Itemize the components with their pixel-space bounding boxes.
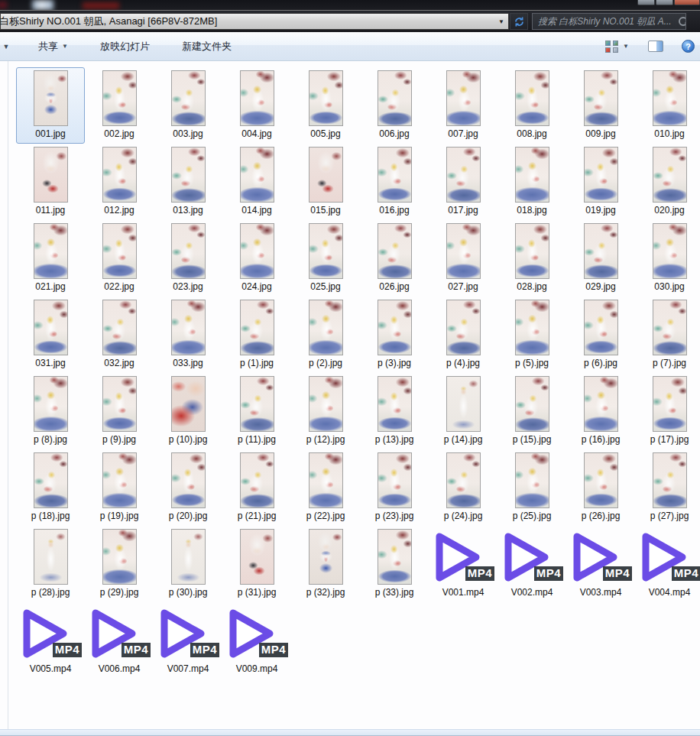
- minimize-button[interactable]: [637, 0, 655, 5]
- photo-thumbnail: [171, 70, 206, 126]
- file-item[interactable]: p (32).jpg: [291, 526, 360, 602]
- file-item[interactable]: p (22).jpg: [291, 449, 360, 526]
- file-item[interactable]: MP4V005.mp4: [16, 602, 85, 679]
- views-button[interactable]: ▼: [601, 37, 634, 56]
- share-button[interactable]: 共享 ▼: [29, 35, 77, 58]
- file-item[interactable]: 030.jpg: [635, 220, 700, 297]
- file-item[interactable]: MP4V001.mp4: [429, 526, 497, 602]
- file-item[interactable]: 024.jpg: [222, 220, 291, 297]
- file-item[interactable]: p (23).jpg: [360, 449, 429, 526]
- file-name-label: p (27).jpg: [650, 511, 689, 522]
- file-item[interactable]: 008.jpg: [497, 67, 566, 144]
- file-name-label: 006.jpg: [379, 128, 409, 140]
- file-item[interactable]: p (30).jpg: [154, 526, 222, 602]
- file-item[interactable]: MP4V002.mp4: [497, 526, 566, 602]
- file-item[interactable]: 019.jpg: [566, 144, 635, 220]
- file-thumbnail: [86, 374, 153, 434]
- maximize-button[interactable]: [656, 0, 673, 5]
- file-item[interactable]: p (31).jpg: [222, 526, 291, 602]
- search-input[interactable]: 搜索 白栎Shirly NO.001 朝凪 A...: [532, 13, 686, 30]
- file-item[interactable]: 012.jpg: [85, 144, 154, 220]
- file-item[interactable]: p (33).jpg: [360, 526, 429, 602]
- file-item[interactable]: p (21).jpg: [222, 449, 291, 526]
- file-item[interactable]: p (12).jpg: [291, 373, 360, 449]
- new-folder-button[interactable]: 新建文件夹: [173, 35, 241, 58]
- file-item[interactable]: p (8).jpg: [16, 373, 85, 449]
- file-item[interactable]: 009.jpg: [566, 67, 635, 144]
- file-item[interactable]: p (24).jpg: [429, 449, 497, 526]
- file-item[interactable]: 029.jpg: [566, 220, 635, 297]
- file-item[interactable]: p (25).jpg: [497, 449, 566, 526]
- refresh-button[interactable]: [510, 13, 528, 30]
- file-item[interactable]: 001.jpg: [16, 67, 85, 144]
- mp4-badge: MP4: [465, 566, 494, 581]
- file-item[interactable]: 028.jpg: [497, 220, 566, 297]
- file-item[interactable]: MP4V009.mp4: [222, 602, 291, 679]
- preview-pane-button[interactable]: [644, 37, 667, 55]
- file-item[interactable]: p (26).jpg: [566, 449, 635, 526]
- file-item[interactable]: p (4).jpg: [429, 297, 497, 373]
- file-item[interactable]: p (16).jpg: [566, 373, 635, 449]
- file-item[interactable]: 011.jpg: [16, 144, 85, 220]
- file-item[interactable]: 004.jpg: [222, 67, 291, 144]
- file-item[interactable]: MP4V007.mp4: [154, 602, 222, 679]
- slideshow-button[interactable]: 放映幻灯片: [91, 35, 159, 58]
- file-item[interactable]: p (19).jpg: [85, 449, 154, 526]
- file-item[interactable]: p (15).jpg: [497, 373, 566, 449]
- address-bar[interactable]: 白栎Shirly NO.001 朝凪, Asanagi [66P8V-872MB…: [0, 13, 509, 30]
- file-item[interactable]: 018.jpg: [497, 144, 566, 220]
- file-item[interactable]: p (7).jpg: [635, 297, 700, 373]
- file-item[interactable]: 025.jpg: [291, 220, 360, 297]
- file-name-label: p (1).jpg: [240, 358, 274, 369]
- file-item[interactable]: MP4V006.mp4: [85, 602, 154, 679]
- file-item[interactable]: p (17).jpg: [635, 373, 700, 449]
- file-item[interactable]: 017.jpg: [429, 144, 497, 220]
- file-item[interactable]: MP4V003.mp4: [566, 526, 635, 602]
- chevron-down-icon[interactable]: ▼: [494, 18, 508, 25]
- file-item[interactable]: 032.jpg: [85, 297, 154, 373]
- file-item[interactable]: 003.jpg: [154, 67, 222, 144]
- file-name-label: 001.jpg: [35, 128, 65, 140]
- file-item[interactable]: 005.jpg: [291, 67, 360, 144]
- file-item[interactable]: p (5).jpg: [497, 297, 566, 373]
- file-item[interactable]: 016.jpg: [360, 144, 429, 220]
- file-item[interactable]: 023.jpg: [154, 220, 222, 297]
- file-item[interactable]: p (29).jpg: [85, 526, 154, 602]
- file-item[interactable]: 015.jpg: [291, 144, 360, 220]
- file-name-label: 033.jpg: [173, 358, 203, 369]
- file-item[interactable]: 026.jpg: [360, 220, 429, 297]
- file-item[interactable]: 007.jpg: [429, 67, 497, 144]
- file-item[interactable]: 010.jpg: [635, 67, 700, 144]
- file-item[interactable]: 013.jpg: [154, 144, 222, 220]
- file-thumbnail: [86, 144, 153, 205]
- file-item[interactable]: 022.jpg: [85, 220, 154, 297]
- file-item[interactable]: p (27).jpg: [635, 449, 700, 526]
- file-item[interactable]: p (18).jpg: [16, 449, 85, 526]
- file-item[interactable]: p (28).jpg: [16, 526, 85, 602]
- file-thumbnail: [223, 68, 290, 128]
- file-item[interactable]: 020.jpg: [635, 144, 700, 220]
- file-item[interactable]: 031.jpg: [16, 297, 85, 373]
- file-item[interactable]: p (11).jpg: [222, 373, 291, 449]
- help-button[interactable]: ?: [679, 37, 697, 55]
- file-item[interactable]: p (10).jpg: [154, 373, 222, 449]
- file-item[interactable]: 021.jpg: [16, 220, 85, 297]
- file-item[interactable]: p (6).jpg: [566, 297, 635, 373]
- file-item[interactable]: p (20).jpg: [154, 449, 222, 526]
- file-item[interactable]: p (9).jpg: [85, 373, 154, 449]
- file-item[interactable]: 027.jpg: [429, 220, 497, 297]
- file-name-label: 028.jpg: [517, 281, 546, 293]
- file-item[interactable]: p (2).jpg: [291, 297, 360, 373]
- photo-thumbnail: [171, 452, 206, 508]
- file-item[interactable]: 006.jpg: [360, 67, 429, 144]
- close-button[interactable]: [674, 0, 700, 5]
- file-item[interactable]: 002.jpg: [85, 67, 154, 144]
- file-item[interactable]: p (3).jpg: [360, 297, 429, 373]
- file-item[interactable]: 033.jpg: [154, 297, 222, 373]
- file-item[interactable]: 014.jpg: [222, 144, 291, 220]
- file-item[interactable]: p (13).jpg: [360, 373, 429, 449]
- toolbar-overflow-caret[interactable]: ▼: [0, 43, 12, 50]
- file-item[interactable]: MP4V004.mp4: [635, 526, 700, 602]
- file-item[interactable]: p (14).jpg: [429, 373, 497, 449]
- file-item[interactable]: p (1).jpg: [222, 297, 291, 373]
